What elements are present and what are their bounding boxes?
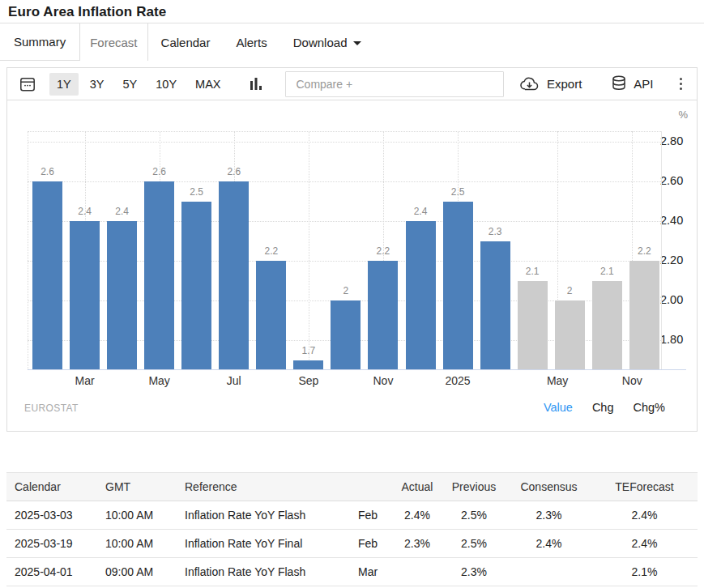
bar-forecast[interactable]: [629, 261, 659, 369]
bar-value-label: 2.2: [254, 245, 289, 257]
cell-reference: Inflation Rate YoY Flash: [177, 558, 356, 586]
cell-consensus: 2.4%: [506, 530, 591, 558]
column-header-gmt: GMT: [97, 473, 177, 501]
bar-actual[interactable]: [480, 241, 510, 370]
mode-switcher: ValueChgChg%: [544, 401, 665, 414]
column-header-calendar: Calendar: [6, 473, 97, 501]
x-axis-label: Nov: [357, 374, 409, 387]
cell-teforecast: 2.4%: [591, 501, 698, 530]
bar-actual[interactable]: [32, 181, 62, 369]
x-axis-label: Nov: [606, 374, 658, 387]
mode-chg-pct[interactable]: Chg%: [634, 401, 666, 414]
cell-consensus: 2.3%: [506, 501, 591, 530]
chart-toolbar: 1Y3Y5Y10YMAX Export: [7, 68, 697, 100]
cloud-download-icon: [518, 76, 540, 92]
gridline-2.60: [28, 181, 661, 182]
bar-value-label: 2.1: [514, 266, 550, 277]
kebab-menu-icon[interactable]: [680, 78, 683, 91]
cell-teforecast: 2.4%: [591, 530, 698, 558]
x-axis-label: May: [134, 374, 186, 387]
export-button[interactable]: Export: [518, 76, 582, 92]
tab-calendar[interactable]: Calendar: [148, 23, 224, 61]
bar-forecast[interactable]: [592, 281, 622, 370]
calendar-table: CalendarGMTReferenceActualPreviousConsen…: [6, 472, 698, 586]
column-header-actual: Actual: [393, 473, 442, 501]
table-row: 2025-03-0310:00 AMInflation Rate YoY Fla…: [6, 501, 698, 530]
y-axis-label: 1.80: [660, 333, 683, 346]
tab-label: Summary: [14, 35, 66, 49]
x-axis-label: Sep: [283, 374, 335, 387]
cell-actual: 2.3%: [393, 530, 442, 558]
calendar-button[interactable]: [19, 75, 36, 93]
column-header-teforecast: TEForecast: [591, 473, 698, 501]
cell-actual: [393, 558, 442, 586]
tab-alerts[interactable]: Alerts: [223, 23, 279, 61]
tab-summary[interactable]: Summary: [0, 23, 80, 61]
export-label: Export: [547, 77, 582, 91]
bar-actual[interactable]: [144, 181, 174, 369]
bar-value-label: 2.1: [589, 266, 625, 277]
cell-gmt: 10:00 AM: [97, 501, 177, 530]
column-header-month: [356, 473, 393, 501]
bar-value-label: 2.4: [403, 206, 438, 217]
x-axis-label: Mar: [59, 374, 111, 387]
range-button-3y[interactable]: 3Y: [83, 73, 112, 96]
api-button[interactable]: API: [611, 75, 653, 94]
bar-value-label: 2.2: [626, 245, 662, 257]
bar-value-label: 2.6: [142, 166, 177, 177]
source-label: EUROSTAT: [24, 403, 79, 414]
tab-bar: SummaryForecastCalendarAlertsDownload: [0, 23, 704, 61]
bar-actual[interactable]: [406, 221, 436, 369]
calendar-icon: [19, 75, 36, 93]
mode-chg[interactable]: Chg: [592, 401, 614, 414]
x-axis-label: Jul: [208, 374, 260, 387]
bar-actual[interactable]: [293, 360, 323, 370]
bar-value-label: 2.2: [365, 245, 401, 257]
bar-value-label: 2.4: [67, 206, 103, 217]
range-selector: 1Y3Y5Y10YMAX: [49, 73, 232, 96]
page-title: Euro Area Inflation Rate: [8, 4, 696, 20]
bar-actual[interactable]: [107, 221, 137, 369]
bar-actual[interactable]: [368, 261, 398, 369]
x-axis-line: [28, 369, 686, 370]
chevron-down-icon: [353, 41, 361, 45]
y-axis-label: 2.00: [660, 293, 683, 306]
range-button-max[interactable]: MAX: [188, 73, 228, 96]
bar-value-label: 2: [328, 285, 364, 296]
tab-download[interactable]: Download: [280, 23, 375, 61]
range-button-1y[interactable]: 1Y: [49, 73, 79, 96]
page-header: Euro Area Inflation Rate: [0, 0, 704, 23]
table-row: 2025-04-0109:00 AMInflation Rate YoY Fla…: [6, 558, 698, 586]
bar-value-label: 2: [552, 285, 587, 296]
cell-month: Feb: [356, 501, 393, 530]
database-icon: [611, 75, 627, 94]
unit-label: %: [678, 109, 688, 121]
bar-actual[interactable]: [331, 300, 361, 369]
bar-value-label: 2.5: [440, 186, 476, 198]
tab-forecast[interactable]: Forecast: [80, 23, 147, 61]
column-header-previous: Previous: [442, 473, 506, 501]
chart-type-button[interactable]: [250, 76, 264, 92]
bar-value-label: 2.4: [105, 206, 140, 217]
bar-actual[interactable]: [181, 202, 211, 370]
cell-previous: 2.5%: [442, 530, 506, 558]
range-button-10y[interactable]: 10Y: [148, 73, 184, 96]
y-axis-label: 2.60: [660, 174, 683, 187]
gridline-vertical: [309, 131, 309, 369]
table-row: 2025-03-1910:00 AMInflation Rate YoY Fin…: [6, 530, 698, 558]
bar-forecast[interactable]: [555, 300, 585, 369]
cell-month: Mar: [356, 558, 393, 586]
bar-actual[interactable]: [256, 261, 286, 369]
y-axis-label: 2.20: [660, 254, 683, 266]
bar-actual[interactable]: [443, 202, 473, 370]
bar-actual[interactable]: [219, 181, 249, 369]
range-button-5y[interactable]: 5Y: [116, 73, 145, 96]
inflation-bar-chart: 2.802.602.402.202.001.802.62.42.42.62.52…: [7, 100, 697, 431]
cell-reference: Inflation Rate YoY Flash: [177, 501, 356, 530]
tab-label: Calendar: [161, 36, 211, 49]
mode-value[interactable]: Value: [544, 401, 573, 414]
bar-actual[interactable]: [70, 221, 100, 369]
bar-value-label: 2.6: [30, 166, 66, 177]
bar-forecast[interactable]: [518, 281, 548, 370]
compare-input[interactable]: [285, 71, 504, 97]
